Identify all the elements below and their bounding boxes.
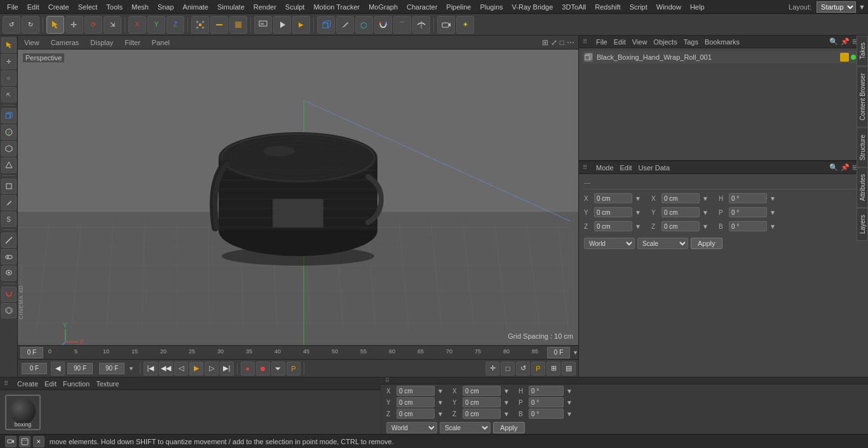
left-tool-pen[interactable]	[1, 195, 17, 210]
frame-range-arrow[interactable]: ▼	[128, 365, 134, 372]
x-axis-button[interactable]: X	[128, 16, 146, 34]
viewport-tab-display[interactable]: Display	[88, 37, 116, 48]
viewport-icon-frame[interactable]: □	[560, 38, 564, 47]
attr-mode[interactable]: Mode	[596, 164, 614, 172]
menu-vray[interactable]: V-Ray Bridge	[508, 2, 558, 12]
scale-dropdown[interactable]: Scale	[637, 238, 688, 249]
play-preview-btn[interactable]: P	[287, 362, 301, 376]
pen-button[interactable]	[336, 16, 354, 34]
attr-h-arrow[interactable]: ▼	[770, 195, 778, 202]
menu-motion-tracker[interactable]: Motion Tracker	[309, 2, 364, 12]
key-sel-btn[interactable]: ⏷	[271, 362, 285, 376]
menu-file[interactable]: File	[3, 2, 23, 12]
viewport-icon-grid[interactable]: ⊞	[542, 38, 548, 47]
viewport-tab-filter[interactable]: Filter	[122, 37, 142, 48]
obj-mgr-search-icon[interactable]: 🔍	[829, 37, 838, 46]
loop-btn[interactable]: ↺	[516, 362, 530, 376]
light-button[interactable]: ☀	[456, 16, 474, 34]
redo-button[interactable]: ↻	[22, 16, 39, 34]
coord-b-input2[interactable]	[529, 409, 564, 419]
frame-end-arrow[interactable]: ▼	[573, 350, 578, 356]
left-tool-line[interactable]	[1, 233, 17, 248]
left-tool-hexagons[interactable]	[1, 266, 17, 281]
attr-b-input[interactable]	[729, 221, 767, 231]
tab-content-browser[interactable]: Content Browser	[857, 66, 868, 127]
attr-user-data[interactable]: User Data	[639, 164, 670, 172]
magnet-button[interactable]	[374, 16, 392, 34]
attr-z-size-input[interactable]	[661, 221, 700, 231]
tab-layers[interactable]: Layers	[857, 208, 868, 241]
timeline-frame-input[interactable]	[20, 347, 43, 358]
step-forward-frame-btn[interactable]: ▷	[205, 362, 219, 376]
playback-start-frame[interactable]	[22, 363, 47, 374]
paint-bucket-button[interactable]: ⬡	[355, 16, 373, 34]
menu-help[interactable]: Help	[686, 2, 709, 12]
material-swatch-boxing[interactable]: boxing	[5, 395, 41, 430]
motion-path-btn[interactable]: P	[531, 362, 545, 376]
menu-animate[interactable]: Animate	[179, 2, 213, 12]
record-btn[interactable]: ●	[241, 362, 255, 376]
attr-b-arrow[interactable]: ▼	[770, 223, 778, 230]
left-tool-cube[interactable]	[1, 108, 17, 123]
mat-texture[interactable]: Texture	[96, 380, 119, 388]
menu-pipeline[interactable]: Pipeline	[442, 2, 475, 12]
menu-edit[interactable]: Edit	[23, 2, 44, 12]
timeline-ruler[interactable]: 0 5 10 15 20 25 30 35 40 45 50 55 60 65 …	[46, 346, 545, 359]
viewport-icon-arrows[interactable]: ⤢	[551, 38, 557, 47]
coord-sz-btn[interactable]: ▼	[503, 411, 512, 417]
status-icon-close[interactable]: ✕	[33, 436, 44, 447]
layout-expand-icon[interactable]: ▼	[858, 3, 865, 11]
attr-p-input[interactable]	[729, 207, 767, 217]
scale-button[interactable]: ⇲	[104, 16, 121, 34]
current-frame-display[interactable]	[547, 347, 570, 358]
step-back-frame-btn[interactable]: ◁	[174, 362, 188, 376]
menu-create[interactable]: Create	[44, 2, 74, 12]
mat-edit[interactable]: Edit	[44, 380, 57, 388]
left-tool-scale[interactable]: ⇱	[1, 87, 17, 102]
point-mode-button[interactable]	[191, 16, 209, 34]
playback-end-frame[interactable]	[67, 363, 93, 374]
menu-plugins[interactable]: Plugins	[475, 2, 507, 12]
display-style-button[interactable]	[412, 16, 430, 34]
left-tool-rotate[interactable]: ○	[1, 71, 17, 86]
playback-render-end[interactable]	[99, 363, 125, 374]
render-button[interactable]: ▶	[292, 16, 310, 34]
attr-z-pos-arrow[interactable]: ▼	[635, 223, 644, 230]
viewport-tab-view[interactable]: View	[22, 37, 42, 48]
key-frame-btn[interactable]: □	[501, 362, 515, 376]
menu-script[interactable]: Script	[625, 2, 652, 12]
attr-p-arrow[interactable]: ▼	[770, 209, 778, 216]
step-back-btn[interactable]: ◀	[51, 362, 65, 376]
undo-button[interactable]: ↺	[3, 16, 20, 34]
grid-view-btn[interactable]: ⊞	[546, 362, 560, 376]
left-tool-s[interactable]: S	[1, 212, 17, 227]
coord-z-btn[interactable]: ▼	[437, 411, 446, 417]
left-tool-hexagon[interactable]	[1, 141, 17, 156]
polygon-mode-button[interactable]	[229, 16, 247, 34]
apply-button-2[interactable]: Apply	[493, 422, 525, 433]
bend-button[interactable]: ⌒	[393, 16, 411, 34]
menu-snap[interactable]: Snap	[153, 2, 179, 12]
coord-p-btn2[interactable]: ▼	[566, 399, 573, 406]
attr-search-icon[interactable]: 🔍	[829, 163, 838, 172]
left-tool-magnet[interactable]	[1, 287, 17, 302]
menu-redshift[interactable]: Redshift	[590, 2, 625, 12]
coord-x-btn[interactable]: ▼	[437, 388, 446, 395]
scale-dropdown-2[interactable]: Scale	[440, 422, 491, 433]
viewport-tab-panel[interactable]: Panel	[149, 37, 172, 48]
status-icon-camera[interactable]	[5, 436, 17, 447]
obj-mgr-objects[interactable]: Objects	[653, 38, 677, 46]
menu-mograph[interactable]: MoGraph	[364, 2, 402, 12]
tab-attributes[interactable]: Attributes	[857, 167, 868, 208]
attr-pin-icon[interactable]: 📌	[841, 163, 850, 172]
mat-create[interactable]: Create	[17, 380, 38, 388]
menu-render[interactable]: Render	[249, 2, 281, 12]
cube-button[interactable]	[317, 16, 335, 34]
menu-simulate[interactable]: Simulate	[213, 2, 249, 12]
camera-btn[interactable]	[437, 16, 455, 34]
attr-y-size-arrow[interactable]: ▼	[702, 209, 711, 216]
tab-structure[interactable]: Structure	[857, 128, 868, 168]
coord-sz-input[interactable]	[463, 409, 501, 419]
rotate-button[interactable]: ⟳	[85, 16, 102, 34]
auto-key-btn[interactable]: ⏺	[256, 362, 270, 376]
